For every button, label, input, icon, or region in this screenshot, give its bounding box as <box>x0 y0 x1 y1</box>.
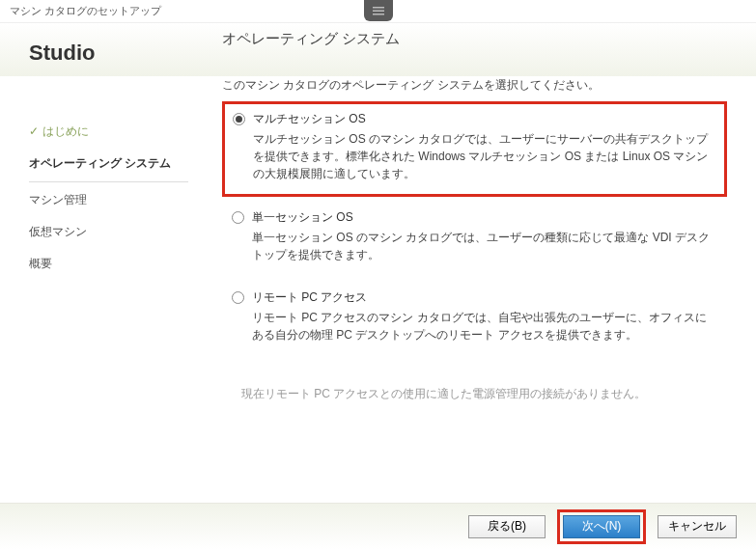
option-box-0: マルチセッション OSマルチセッション OS のマシン カタログでは、ユーザーに… <box>222 101 727 197</box>
nav-item-2[interactable]: マシン管理 <box>29 184 188 216</box>
instruction-text: このマシン カタログのオペレーティング システムを選択してください。 <box>222 77 727 94</box>
nav-item-label: はじめに <box>42 124 89 138</box>
option-label: リモート PC アクセス <box>252 289 367 306</box>
nav-list: ✓はじめにオペレーティング システムマシン管理仮想マシン概要 <box>29 116 188 280</box>
option-row-0[interactable]: マルチセッション OS <box>233 108 716 130</box>
radio-button[interactable] <box>233 113 245 125</box>
window-title: マシン カタログのセットアップ <box>10 5 161 16</box>
radio-button[interactable] <box>232 211 244 224</box>
cancel-button[interactable]: キャンセル <box>658 515 737 538</box>
nav-item-0[interactable]: ✓はじめに <box>29 116 188 148</box>
nav-item-label: 概要 <box>29 257 52 270</box>
main-panel: オペレーティング システム このマシン カタログのオペレーティング システムを選… <box>208 76 756 503</box>
check-icon: ✓ <box>29 124 39 138</box>
option-description: リモート PC アクセスのマシン カタログでは、自宅や出張先のユーザーに、オフィ… <box>252 309 717 343</box>
option-box-2: リモート PC アクセスリモート PC アクセスのマシン カタログでは、自宅や出… <box>222 281 727 357</box>
content-container: Studio ✓はじめにオペレーティング システムマシン管理仮想マシン概要 オペ… <box>0 76 756 503</box>
options-area: マルチセッション OSマルチセッション OS のマシン カタログでは、ユーザーに… <box>222 101 727 357</box>
nav-item-1[interactable]: オペレーティング システム <box>29 148 188 182</box>
option-label: マルチセッション OS <box>253 111 366 127</box>
option-description: 単一セッション OS のマシン カタログでは、ユーザーの種類に応じて最適な VD… <box>252 229 717 263</box>
next-button[interactable]: 次へ(N) <box>563 515 640 538</box>
svg-rect-0 <box>373 7 384 9</box>
brand-logo: Studio <box>29 41 188 66</box>
svg-rect-2 <box>373 14 384 15</box>
next-button-highlight: 次へ(N) <box>557 509 646 544</box>
titlebar-menu-button[interactable] <box>364 0 393 21</box>
nav-item-label: マシン管理 <box>29 193 87 206</box>
footnote: 現在リモート PC アクセスとの使用に適した電源管理用の接続がありません。 <box>241 386 727 402</box>
option-box-1: 単一セッション OS単一セッション OS のマシン カタログでは、ユーザーの種類… <box>222 201 727 277</box>
option-description: マルチセッション OS のマシン カタログでは、ユーザーにサーバーの共有デスクト… <box>253 130 716 182</box>
page-heading: オペレーティング システム <box>222 30 727 48</box>
footer: 戻る(B) 次へ(N) キャンセル <box>0 503 756 549</box>
option-row-2[interactable]: リモート PC アクセス <box>232 287 717 309</box>
option-label: 単一セッション OS <box>252 209 353 226</box>
hamburger-icon <box>373 5 384 16</box>
option-row-1[interactable]: 単一セッション OS <box>232 206 717 229</box>
nav-item-4[interactable]: 概要 <box>29 248 188 280</box>
nav-item-label: オペレーティング システム <box>29 156 171 170</box>
nav-item-3[interactable]: 仮想マシン <box>29 216 188 248</box>
sidebar: Studio ✓はじめにオペレーティング システムマシン管理仮想マシン概要 <box>0 76 208 503</box>
svg-rect-1 <box>373 11 384 13</box>
nav-item-label: 仮想マシン <box>29 225 87 238</box>
radio-button[interactable] <box>232 291 244 304</box>
titlebar: マシン カタログのセットアップ <box>0 0 756 23</box>
back-button[interactable]: 戻る(B) <box>468 515 546 538</box>
